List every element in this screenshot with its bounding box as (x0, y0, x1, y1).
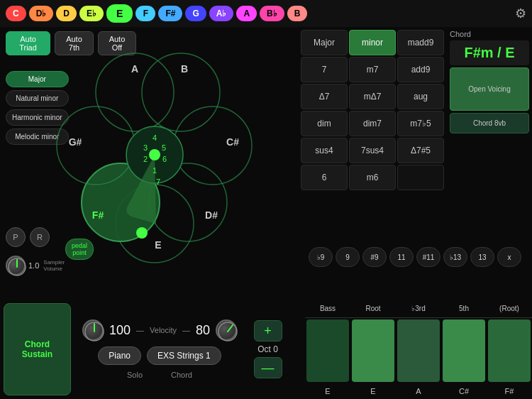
bass-headers: BassRoot♭3rd5th(Root) (305, 300, 532, 318)
note-Eb[interactable]: E♭ (79, 6, 104, 21)
velocity-val-1: 100 (109, 323, 131, 338)
bass-bar-Bass[interactable] (306, 319, 349, 382)
tension-btn-♭13[interactable]: ♭13 (443, 247, 467, 267)
top-bar: C D♭ D E♭ E F F# G A♭ A B♭ B ⚙ (0, 0, 532, 27)
chord-type-Δ7[interactable]: Δ7 (301, 84, 348, 109)
r-button[interactable]: R (30, 227, 50, 247)
svg-text:E: E (155, 239, 161, 251)
svg-text:D#: D# (205, 209, 218, 221)
note-A[interactable]: A (236, 6, 257, 21)
chord-type-dim[interactable]: dim (301, 111, 348, 136)
velocity-dash: — (136, 326, 144, 334)
velocity-row: 100 — Velocity — 80 (82, 319, 237, 341)
tension-btn-11[interactable]: 11 (389, 247, 414, 267)
chord-type-17[interactable] (397, 165, 444, 190)
chord-type-mΔ7[interactable]: mΔ7 (349, 84, 396, 109)
pr-row: P R (6, 227, 50, 247)
chord-type-Major[interactable]: Major (301, 30, 348, 55)
svg-text:F#: F# (92, 209, 104, 221)
svg-text:B: B (181, 63, 188, 75)
bass-bar-Root[interactable] (352, 319, 394, 382)
chord-type-6[interactable]: 6 (301, 165, 348, 190)
bass-note-labels: EEAC#F# (305, 383, 532, 399)
sampler-value-label: 1.0 (28, 261, 39, 270)
bass-note-3: C# (441, 383, 487, 399)
velocity-val-2: 80 (196, 323, 210, 338)
bass-bar-♭3rd[interactable] (397, 319, 440, 382)
main-area: Auto Triad Auto 7th Auto Off Major Natur… (0, 27, 532, 399)
chord-value: F#m / E (450, 40, 529, 65)
svg-point-15 (149, 149, 160, 160)
gear-icon[interactable]: ⚙ (515, 6, 526, 21)
bass-note-2: A (396, 383, 441, 399)
oct-section: + Oct 0 — (245, 300, 291, 399)
bottom-section: Chord Sustain 100 — Velocity — 80 Piano … (0, 300, 532, 399)
chord-type-add9[interactable]: add9 (397, 57, 444, 82)
chord-type-minor[interactable]: minor (349, 30, 396, 55)
chord-8vb-button[interactable]: Chord 8vb (450, 113, 529, 133)
sampler-volume-knob[interactable] (6, 256, 26, 275)
svg-text:3: 3 (143, 143, 148, 152)
note-E[interactable]: E (106, 4, 133, 23)
note-Bb[interactable]: B♭ (260, 6, 284, 21)
solo-instrument-button[interactable]: Piano (98, 346, 141, 365)
svg-line-29 (228, 325, 233, 332)
bass-header-♭3rd: ♭3rd (396, 300, 441, 317)
tension-btn-#11[interactable]: #11 (416, 247, 440, 267)
chord-type-7sus4[interactable]: 7sus4 (349, 138, 396, 163)
chord-instrument-button[interactable]: EXS Strings 1 (147, 346, 221, 365)
chord-type-aug[interactable]: aug (397, 84, 444, 109)
chord-type-Δ7#5[interactable]: Δ7#5 (397, 138, 444, 163)
sampler-label: SamplerVolume (43, 259, 65, 272)
tension-btn-13[interactable]: 13 (470, 247, 494, 267)
chord-grid: Majorminormadd97m7add9Δ7mΔ7augdimdim7m7♭… (298, 27, 447, 193)
tension-btn-9[interactable]: 9 (336, 247, 360, 267)
svg-text:G#: G# (69, 136, 82, 148)
open-voicing-button[interactable]: Open Voicing (450, 67, 529, 111)
note-Db[interactable]: D♭ (29, 6, 54, 21)
oct-minus-button[interactable]: — (254, 357, 282, 378)
bass-note-0: E (305, 383, 350, 399)
oct-plus-button[interactable]: + (254, 320, 282, 341)
chord-type-m6[interactable]: m6 (349, 165, 396, 190)
bass-note-1: E (350, 383, 396, 399)
circle-of-fifths[interactable]: 4 3 2 1 5 6 7 A B C# D# E F# G# (43, 35, 270, 270)
chord-type-madd9[interactable]: madd9 (397, 30, 444, 55)
tension-btn-♭9[interactable]: ♭9 (309, 247, 333, 267)
svg-text:4: 4 (153, 133, 157, 142)
note-G[interactable]: G (185, 6, 206, 21)
chord-type-m7♭5[interactable]: m7♭5 (397, 111, 444, 136)
chord-type-sus4[interactable]: sus4 (301, 138, 348, 163)
bass-bar-(Root)[interactable] (488, 319, 531, 382)
velocity-label: Velocity (150, 326, 177, 334)
velocity-knob-2[interactable] (216, 319, 237, 341)
bass-bars (305, 318, 532, 383)
bass-bar-5th[interactable] (443, 319, 485, 382)
note-C[interactable]: C (6, 6, 26, 21)
chord-grid-area: Majorminormadd97m7add9Δ7mΔ7augdimdim7m7♭… (298, 27, 447, 247)
svg-text:1: 1 (153, 166, 157, 175)
note-Fs[interactable]: F# (158, 6, 182, 21)
svg-text:A: A (131, 63, 138, 75)
note-D[interactable]: D (56, 6, 77, 21)
note-F[interactable]: F (135, 6, 155, 21)
svg-text:2: 2 (143, 155, 148, 163)
circle-svg: 4 3 2 1 5 6 7 A B C# D# E F# G# (43, 35, 270, 270)
chord-type-m7[interactable]: m7 (349, 57, 396, 82)
sampler-row: 1.0 SamplerVolume (6, 256, 65, 275)
chord-type-7[interactable]: 7 (301, 57, 348, 82)
tension-btn-x[interactable]: x (497, 247, 521, 267)
oct-label: Oct 0 (257, 344, 278, 354)
p-button[interactable]: P (6, 227, 26, 247)
chord-sustain-button[interactable]: Chord Sustain (4, 303, 71, 395)
right-side-panel: Chord F#m / E Open Voicing Chord 8vb (447, 27, 532, 136)
note-B[interactable]: B (287, 6, 308, 21)
note-Ab[interactable]: A♭ (209, 6, 234, 21)
chord-type-dim7[interactable]: dim7 (349, 111, 396, 136)
bass-note-4: F# (487, 383, 532, 399)
velocity-knob-1[interactable] (82, 319, 104, 341)
bass-header-5th: 5th (441, 300, 487, 317)
pedal-point-button[interactable]: pedalpoint (65, 239, 94, 260)
svg-text:5: 5 (162, 143, 166, 152)
tension-btn-#9[interactable]: #9 (362, 247, 387, 267)
